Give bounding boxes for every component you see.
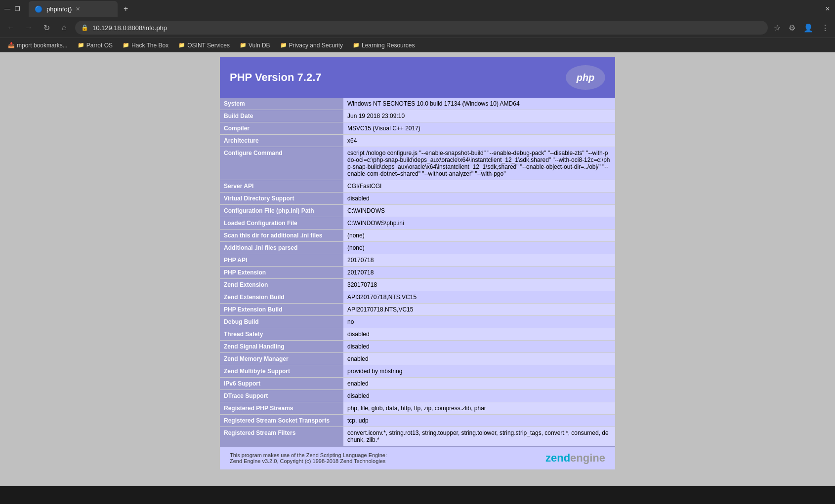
extensions-icon[interactable]: ⚙: [787, 21, 797, 35]
table-row: DTrace Supportdisabled: [220, 390, 615, 402]
zend-text: zend: [545, 452, 570, 464]
table-row: Registered Stream Filtersconvert.iconv.*…: [220, 427, 615, 446]
refresh-button[interactable]: ↻: [40, 21, 53, 35]
table-value: disabled: [343, 390, 615, 402]
table-value: 20170718: [343, 254, 615, 267]
restore-button[interactable]: ❐: [14, 5, 21, 12]
minimize-button[interactable]: —: [4, 5, 11, 12]
php-logo: php: [566, 65, 605, 90]
tab-favicon: 🔵: [35, 5, 42, 13]
table-key: Additional .ini files parsed: [220, 242, 343, 254]
table-value: CGI/FastCGI: [343, 180, 615, 193]
table-key: Architecture: [220, 135, 343, 147]
table-key: PHP Extension Build: [220, 304, 343, 316]
folder-icon-4: 📁: [240, 42, 247, 48]
tab-bar: 🔵 phpinfo() ✕ +: [25, 1, 820, 17]
window-controls: — ❐: [4, 5, 21, 12]
table-value: cscript /nologo configure.js "--enable-s…: [343, 147, 615, 180]
table-value: enabled: [343, 378, 615, 390]
table-row: Debug Buildno: [220, 316, 615, 328]
bookmark-vuln[interactable]: 📁 Vuln DB: [236, 41, 274, 50]
table-value: disabled: [343, 193, 615, 205]
footer-line1: This program makes use of the Zend Scrip…: [230, 452, 387, 458]
table-key: Server API: [220, 180, 343, 193]
new-tab-button[interactable]: +: [120, 2, 132, 15]
table-row: Virtual Directory Supportdisabled: [220, 193, 615, 205]
table-row: Zend Extension BuildAPI320170718,NTS,VC1…: [220, 291, 615, 304]
bookmark-parrot[interactable]: 📁 Parrot OS: [74, 41, 117, 50]
security-icon: 🔒: [81, 24, 88, 31]
table-key: IPv6 Support: [220, 378, 343, 390]
table-value: C:\WINDOWS\php.ini: [343, 217, 615, 230]
table-key: Registered Stream Filters: [220, 427, 343, 446]
phpinfo-container: PHP Version 7.2.7 php SystemWindows NT S…: [220, 57, 615, 469]
table-value: MSVC15 (Visual C++ 2017): [343, 122, 615, 135]
table-key: Zend Memory Manager: [220, 353, 343, 365]
folder-icon-3: 📁: [178, 42, 185, 48]
bookmark-learning-label: Learning Resources: [362, 42, 415, 49]
bookmark-htb[interactable]: 📁 Hack The Box: [119, 41, 172, 50]
nav-bar: ← → ↻ ⌂ 🔒 10.129.18.0:8808/info.php ☆ ⚙ …: [0, 18, 835, 38]
table-key: Configuration File (php.ini) Path: [220, 205, 343, 217]
table-row: Zend Extension320170718: [220, 279, 615, 291]
table-value: php, file, glob, data, http, ftp, zip, c…: [343, 402, 615, 415]
table-value: convert.iconv.*, string.rot13, string.to…: [343, 427, 615, 446]
table-value: disabled: [343, 341, 615, 353]
table-key: Build Date: [220, 110, 343, 122]
php-version-title: PHP Version 7.2.7: [230, 71, 321, 84]
table-value: 320170718: [343, 279, 615, 291]
table-key: Registered Stream Socket Transports: [220, 415, 343, 427]
table-value: tcp, udp: [343, 415, 615, 427]
bookmark-osint-label: OSINT Services: [187, 42, 230, 49]
table-value: C:\WINDOWS: [343, 205, 615, 217]
bookmark-star-icon[interactable]: ☆: [772, 21, 783, 35]
php-logo-text: php: [577, 72, 595, 83]
bookmark-import[interactable]: 📥 mport bookmarks...: [4, 41, 72, 50]
table-row: Additional .ini files parsed(none): [220, 242, 615, 254]
table-key: PHP Extension: [220, 267, 343, 279]
address-bar[interactable]: 🔒 10.129.18.0:8808/info.php: [75, 21, 768, 35]
tab-title: phpinfo(): [46, 5, 72, 13]
bookmarks-bar: 📥 mport bookmarks... 📁 Parrot OS 📁 Hack …: [0, 38, 835, 52]
table-row: IPv6 Supportenabled: [220, 378, 615, 390]
table-value: 20170718: [343, 267, 615, 279]
home-button[interactable]: ⌂: [57, 21, 71, 35]
table-row: Configuration File (php.ini) PathC:\WIND…: [220, 205, 615, 217]
table-row: Architecturex64: [220, 135, 615, 147]
folder-icon-2: 📁: [123, 42, 129, 48]
table-row: PHP Extension BuildAPI20170718,NTS,VC15: [220, 304, 615, 316]
bookmark-learning[interactable]: 📁 Learning Resources: [349, 41, 418, 50]
table-value: enabled: [343, 353, 615, 365]
bookmark-osint[interactable]: 📁 OSINT Services: [174, 41, 234, 50]
table-row: Configure Commandcscript /nologo configu…: [220, 147, 615, 180]
table-row: Registered Stream Socket Transportstcp, …: [220, 415, 615, 427]
tab-close-button[interactable]: ✕: [76, 6, 80, 12]
forward-button[interactable]: →: [22, 21, 36, 35]
import-icon: 📥: [8, 42, 15, 48]
table-row: Loaded Configuration FileC:\WINDOWS\php.…: [220, 217, 615, 230]
page-content: PHP Version 7.2.7 php SystemWindows NT S…: [0, 52, 835, 486]
table-row: PHP API20170718: [220, 254, 615, 267]
table-value: Jun 19 2018 23:09:10: [343, 110, 615, 122]
bookmark-privacy-label: Privacy and Security: [289, 42, 343, 49]
profile-icon[interactable]: 👤: [801, 21, 815, 35]
table-row: SystemWindows NT SECNOTES 10.0 build 171…: [220, 98, 615, 110]
footer-line2: Zend Engine v3.2.0, Copyright (c) 1998-2…: [230, 458, 387, 464]
table-key: Loaded Configuration File: [220, 217, 343, 230]
bookmark-privacy[interactable]: 📁 Privacy and Security: [276, 41, 347, 50]
table-value: (none): [343, 242, 615, 254]
table-key: Registered PHP Streams: [220, 402, 343, 415]
table-key: Configure Command: [220, 147, 343, 180]
folder-icon-1: 📁: [78, 42, 84, 48]
active-tab[interactable]: 🔵 phpinfo() ✕: [29, 1, 118, 17]
table-value: provided by mbstring: [343, 365, 615, 378]
table-key: Scan this dir for additional .ini files: [220, 230, 343, 242]
php-header: PHP Version 7.2.7 php: [220, 57, 615, 98]
back-button[interactable]: ←: [4, 21, 18, 35]
table-key: Virtual Directory Support: [220, 193, 343, 205]
close-button[interactable]: ✕: [824, 5, 831, 12]
menu-icon[interactable]: ⋮: [819, 21, 831, 35]
table-value: (none): [343, 230, 615, 242]
bookmark-parrot-label: Parrot OS: [86, 42, 113, 49]
browser-chrome: — ❐ 🔵 phpinfo() ✕ + ✕ ← → ↻ ⌂ 🔒 10.129.1…: [0, 0, 835, 52]
